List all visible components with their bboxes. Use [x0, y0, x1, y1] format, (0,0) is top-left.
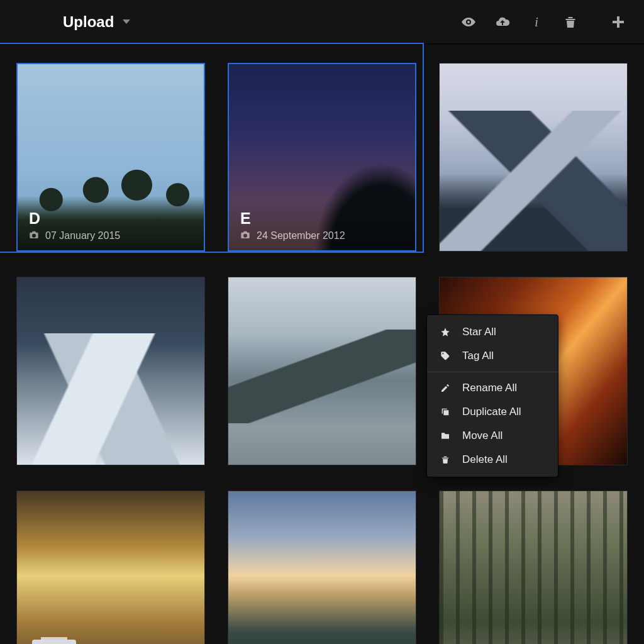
- context-menu-item[interactable]: Move All: [427, 424, 558, 448]
- context-menu-item-label: Delete All: [462, 453, 508, 466]
- thumbnail-date-row: 07 January 2015: [29, 230, 192, 242]
- thumbnail-date: 24 September 2012: [257, 230, 345, 242]
- thumbnail-date: 07 January 2015: [45, 230, 120, 242]
- svg-text:i: i: [535, 15, 538, 29]
- folder-icon: [440, 430, 451, 441]
- camera-icon: [240, 230, 250, 242]
- thumbnail-image: [228, 491, 416, 644]
- thumbnail[interactable]: [16, 277, 205, 465]
- trash-icon: [440, 454, 451, 465]
- toolbar-icons: i: [460, 14, 626, 30]
- thumbnail[interactable]: E24 September 2012: [228, 63, 416, 252]
- context-menu-separator: [427, 372, 558, 372]
- context-menu-item[interactable]: Tag All: [427, 344, 558, 368]
- chevron-down-icon: [123, 19, 130, 24]
- thumbnail-overlay: E24 September 2012: [229, 200, 415, 250]
- thumbnail[interactable]: [228, 491, 416, 644]
- thumbnail-image: [17, 277, 204, 465]
- thumbnail-image: [17, 491, 204, 644]
- upload-label: Upload: [63, 13, 114, 31]
- thumbnail-date-row: 24 September 2012: [240, 230, 404, 242]
- context-menu-item-label: Duplicate All: [462, 406, 521, 418]
- context-menu-item[interactable]: Delete All: [427, 448, 558, 472]
- info-icon[interactable]: i: [528, 14, 545, 30]
- context-menu-item-label: Rename All: [462, 382, 517, 394]
- thumbnail-image: [228, 277, 416, 465]
- context-menu-item[interactable]: Rename All: [427, 376, 558, 400]
- thumbnail[interactable]: [228, 277, 416, 465]
- context-menu-item[interactable]: Duplicate All: [427, 400, 558, 424]
- thumbnail-title: D: [29, 209, 192, 228]
- context-menu-item-label: Tag All: [462, 350, 494, 362]
- star-icon: [440, 326, 451, 338]
- thumbnail-title: E: [240, 209, 404, 228]
- toolbar: Upload i: [0, 0, 644, 44]
- eye-icon[interactable]: [460, 14, 477, 30]
- thumbnail[interactable]: [439, 491, 628, 644]
- plus-icon[interactable]: [610, 14, 626, 30]
- camera-icon: [29, 230, 39, 242]
- thumbnail[interactable]: [16, 491, 205, 644]
- trash-icon[interactable]: [562, 14, 579, 30]
- thumbnail-image: [440, 491, 627, 644]
- pencil-icon: [440, 382, 451, 394]
- gallery: D07 January 2015E24 September 2012 Star …: [0, 44, 644, 644]
- context-menu: Star AllTag AllRename AllDuplicate AllMo…: [426, 314, 558, 477]
- context-menu-item[interactable]: Star All: [427, 320, 558, 344]
- tag-icon: [440, 350, 451, 362]
- thumbnail[interactable]: D07 January 2015: [16, 63, 205, 252]
- thumbnail[interactable]: [439, 63, 628, 252]
- upload-button[interactable]: Upload: [63, 13, 130, 31]
- thumbnail-image: [440, 64, 627, 251]
- upload-cloud-icon[interactable]: [494, 14, 511, 30]
- context-menu-item-label: Star All: [462, 326, 496, 338]
- duplicate-icon: [440, 406, 451, 418]
- thumbnail-overlay: D07 January 2015: [18, 200, 204, 250]
- context-menu-item-label: Move All: [462, 430, 502, 442]
